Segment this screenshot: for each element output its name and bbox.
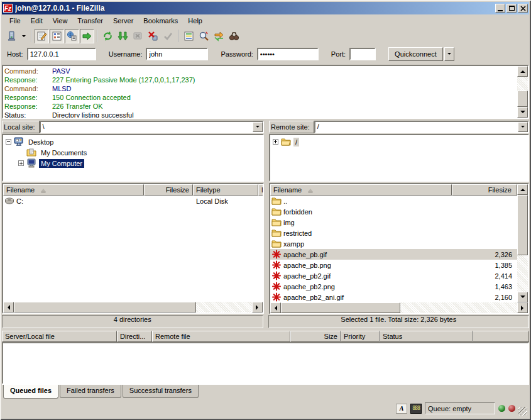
toggle-queue-view-button[interactable] bbox=[80, 29, 94, 43]
combo-dropdown-button[interactable] bbox=[518, 122, 528, 132]
desktop-icon bbox=[14, 137, 24, 146]
maximize-button[interactable] bbox=[506, 4, 517, 13]
cancel-operation-button[interactable] bbox=[131, 29, 145, 43]
local-site-combobox[interactable]: \ bbox=[40, 121, 264, 133]
scroll-right-button[interactable] bbox=[517, 302, 528, 313]
file-row[interactable]: restricted bbox=[270, 228, 517, 238]
column-header-priority[interactable]: Priority bbox=[341, 331, 380, 342]
scrollbar-thumb[interactable] bbox=[14, 302, 196, 312]
remote-site-combobox[interactable]: / bbox=[314, 121, 529, 133]
menu-transfer[interactable]: Transfer bbox=[72, 16, 108, 26]
remote-vertical-scrollbar[interactable] bbox=[517, 184, 528, 302]
scrollbar-thumb[interactable] bbox=[517, 195, 528, 255]
column-header-filesize[interactable]: Filesize bbox=[452, 184, 517, 196]
pane-splitter[interactable] bbox=[264, 183, 269, 314]
menu-server[interactable]: Server bbox=[108, 16, 138, 26]
file-row-selected[interactable]: apache_pb.gif 2,326 bbox=[270, 249, 517, 260]
remote-file-list[interactable]: .. forbidden img bbox=[270, 196, 517, 302]
tab-queued-files[interactable]: Queued files bbox=[3, 385, 58, 399]
column-header-status[interactable]: Status bbox=[380, 331, 473, 342]
scrollbar-thumb[interactable] bbox=[517, 91, 528, 107]
file-row[interactable]: img bbox=[270, 217, 517, 228]
log-scrollbar[interactable] bbox=[517, 66, 528, 118]
password-input[interactable] bbox=[257, 48, 319, 60]
scroll-down-button[interactable] bbox=[517, 107, 528, 118]
column-header-filename[interactable]: Filename bbox=[270, 184, 452, 196]
column-header-filesize[interactable]: Filesize bbox=[144, 184, 193, 196]
toggle-local-tree-button[interactable] bbox=[50, 29, 64, 43]
local-horizontal-scrollbar[interactable] bbox=[3, 302, 263, 312]
column-header-server-local-file[interactable]: Server/Local file bbox=[2, 331, 117, 342]
tree-item-my-computer[interactable]: My Computer bbox=[6, 158, 263, 169]
column-header-remote-file[interactable]: Remote file bbox=[152, 331, 290, 342]
minimize-button[interactable] bbox=[495, 4, 505, 13]
menu-file[interactable]: File bbox=[4, 16, 26, 26]
file-row[interactable]: xampp bbox=[270, 238, 517, 249]
toggle-remote-tree-button[interactable] bbox=[65, 29, 79, 43]
file-row[interactable]: apache_pb2_ani.gif 2,160 bbox=[270, 292, 517, 302]
combo-dropdown-button[interactable] bbox=[253, 122, 263, 132]
queue-list[interactable] bbox=[2, 342, 529, 384]
scrollbar-thumb[interactable] bbox=[281, 302, 400, 313]
host-input[interactable] bbox=[27, 48, 96, 60]
site-manager-button[interactable] bbox=[4, 29, 19, 43]
column-header-direction[interactable]: Directi... bbox=[117, 331, 152, 342]
remote-tree[interactable]: / bbox=[269, 134, 529, 182]
queue-header: Server/Local file Directi... Remote file… bbox=[2, 329, 529, 342]
message-log-body[interactable]: Command:PASV Response:227 Entering Passi… bbox=[3, 66, 517, 118]
port-input[interactable] bbox=[349, 48, 376, 60]
column-header-filename[interactable]: Filename bbox=[3, 184, 144, 196]
expand-icon[interactable] bbox=[18, 160, 24, 166]
filezilla-window: Fz john@127.0.0.1 - FileZilla File Edit … bbox=[0, 0, 531, 420]
menu-edit[interactable]: Edit bbox=[26, 16, 48, 26]
scroll-up-button[interactable] bbox=[517, 66, 528, 77]
toggle-processing-button[interactable] bbox=[161, 29, 175, 43]
file-row[interactable]: forbidden bbox=[270, 206, 517, 217]
compare-button[interactable] bbox=[197, 29, 211, 43]
log-line: Status:Directory listing successful bbox=[4, 111, 516, 118]
toggle-log-view-button[interactable] bbox=[35, 29, 49, 43]
menu-help[interactable]: Help bbox=[183, 16, 207, 26]
local-tree[interactable]: Desktop My Documents My Computer bbox=[2, 134, 264, 182]
scroll-left-button[interactable] bbox=[270, 302, 281, 313]
file-row[interactable]: .. bbox=[270, 196, 517, 206]
column-header-filetype[interactable]: Filetype bbox=[193, 184, 258, 196]
tab-successful-transfers[interactable]: Successful transfers bbox=[123, 385, 199, 398]
refresh-button[interactable] bbox=[101, 29, 115, 43]
tree-item-root[interactable]: / bbox=[273, 136, 528, 147]
quickconnect-dropdown-button[interactable] bbox=[444, 47, 454, 61]
tree-item-my-documents[interactable]: My Documents bbox=[6, 147, 263, 158]
file-row[interactable]: apache_pb2.png 1,463 bbox=[270, 281, 517, 292]
expand-icon[interactable] bbox=[273, 139, 278, 145]
pane-splitter[interactable] bbox=[264, 120, 269, 182]
file-row-c-drive[interactable]: C: Local Disk bbox=[3, 196, 263, 206]
tab-failed-transfers[interactable]: Failed transfers bbox=[60, 385, 121, 398]
file-row[interactable]: apache_pb.png 1,385 bbox=[270, 260, 517, 270]
quickconnect-button[interactable]: Quickconnect bbox=[388, 47, 443, 61]
username-input[interactable] bbox=[146, 48, 208, 60]
site-manager-dropdown-button[interactable] bbox=[19, 29, 28, 43]
pane-splitter[interactable] bbox=[263, 315, 268, 328]
scroll-left-button[interactable] bbox=[3, 302, 14, 312]
scroll-right-button[interactable] bbox=[252, 302, 263, 312]
scroll-down-button[interactable] bbox=[517, 292, 528, 302]
menu-view[interactable]: View bbox=[48, 16, 73, 26]
local-file-list[interactable]: C: Local Disk bbox=[3, 196, 263, 302]
process-queue-button[interactable] bbox=[116, 29, 130, 43]
synchronized-browsing-button[interactable] bbox=[212, 29, 226, 43]
disconnect-button[interactable] bbox=[146, 29, 160, 43]
filter-button[interactable] bbox=[182, 29, 196, 43]
queue-tabs: Queued files Failed transfers Successful… bbox=[2, 384, 529, 400]
collapse-icon[interactable] bbox=[6, 139, 11, 145]
remote-horizontal-scrollbar[interactable] bbox=[270, 302, 528, 313]
menu-bookmarks[interactable]: Bookmarks bbox=[138, 16, 183, 26]
file-row[interactable]: apache_pb2.gif 2,414 bbox=[270, 270, 517, 281]
close-button[interactable] bbox=[518, 4, 528, 13]
column-header-size[interactable]: Size bbox=[290, 331, 341, 342]
column-header-lastmodified[interactable]: L bbox=[258, 184, 263, 196]
tree-item-desktop[interactable]: Desktop bbox=[6, 136, 263, 147]
find-button[interactable] bbox=[227, 29, 241, 43]
resize-grip[interactable] bbox=[518, 407, 527, 416]
scroll-up-button[interactable] bbox=[517, 184, 528, 195]
list-status-row: 4 directories Selected 1 file. Total siz… bbox=[2, 315, 529, 328]
